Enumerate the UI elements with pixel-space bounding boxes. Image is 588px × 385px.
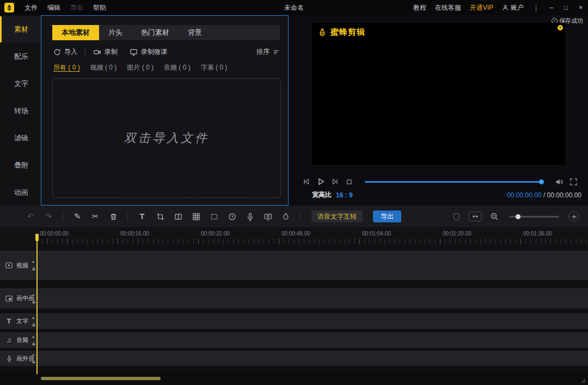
playback-controls [299,175,580,188]
preview-info-row: 宽高比 16 : 9 00:00:00.00 / 00:00:00.00 [312,190,581,200]
play-button[interactable] [314,177,328,186]
sort-button[interactable]: 排序 [256,47,280,57]
track-lock-icon[interactable] [32,322,36,327]
menu-file[interactable]: 文件 [20,0,42,15]
sidebar-item-text[interactable]: 文字 [0,71,41,97]
record-lesson-button[interactable]: 录制微课 [130,47,167,57]
mosaic-icon[interactable] [191,211,201,222]
color-adjust-icon[interactable] [280,211,291,222]
track-lock-icon[interactable] [32,359,36,364]
shield-icon[interactable] [451,211,462,222]
sort-label: 排序 [256,47,270,57]
track-row-voiceover[interactable]: 画外音 [0,351,588,366]
minimize-button[interactable]: – [544,0,559,15]
zoom-slider-thumb[interactable] [516,214,520,219]
text-tool-icon[interactable]: T [137,211,148,222]
freeze-frame-icon[interactable] [173,211,183,222]
fullscreen-icon[interactable] [566,178,580,186]
tutorial-link[interactable]: 教程 [409,3,431,13]
next-frame-button[interactable] [328,178,342,185]
screen-record-icon[interactable] [262,211,273,222]
timeline-ruler[interactable]: 00:00:00.00 00:00:16.00 00:00:32.00 00:0… [0,227,588,245]
menu-help[interactable]: 帮助 [88,0,111,15]
dropzone-hint-text: 双击导入文件 [124,130,209,146]
sidebar-item-material[interactable]: 素材 [0,16,41,42]
zoom-out-icon[interactable] [489,211,500,222]
seek-slider[interactable] [365,179,543,184]
track-mute-icon[interactable] [32,335,36,339]
media-tabs: 本地素材 片头 热门素材 背景 [52,25,280,40]
sidebar-item-overlay[interactable]: 叠附 [0,152,41,178]
track-row-text[interactable]: T 文字 [0,313,588,329]
playhead-line[interactable] [36,234,38,374]
watermark-close-icon[interactable]: × [558,25,563,30]
filter-all[interactable]: 所有 ( 0 ) [53,63,80,72]
filter-video[interactable]: 视频 ( 0 ) [90,63,117,72]
record-button[interactable]: 录制 [93,47,118,57]
media-toolbar-divider [85,48,85,56]
track-lock-icon[interactable] [32,266,36,271]
track-mute-icon[interactable] [32,293,36,297]
split-scissors-icon[interactable]: ✂ [90,211,101,222]
aspect-ratio-control[interactable]: 宽高比 16 : 9 [312,190,353,200]
track-lock-icon[interactable] [32,300,36,304]
sidebar-item-music[interactable]: 配乐 [0,44,41,70]
resize-grip-icon[interactable] [580,378,586,384]
volume-icon[interactable] [552,178,566,186]
track-row-video[interactable]: 视频 [0,251,588,280]
track-mute-icon[interactable] [32,316,36,320]
zoom-region-icon[interactable] [209,211,219,222]
track-row-pip[interactable]: 画中画 [0,288,588,308]
track-label: 视频 [16,262,28,270]
horizontal-scrollbar[interactable] [41,377,161,380]
sidebar-item-transition[interactable]: 转场 [0,98,41,124]
tab-intro[interactable]: 片头 [99,25,132,40]
import-dropzone[interactable]: 双击导入文件 [52,78,281,198]
text-track-header[interactable]: T 文字 [0,313,41,329]
import-button[interactable]: 导入 [53,47,77,57]
speed-clock-icon[interactable] [226,211,237,222]
sidebar-item-animation[interactable]: 动画 [0,179,41,206]
more-menu-icon[interactable]: ⋮ [528,4,544,12]
vip-link[interactable]: 开通VIP [465,3,498,13]
support-link[interactable]: 在线客服 [431,3,465,13]
video-track-header[interactable]: 视频 [0,251,41,280]
voiceover-track-header[interactable]: 画外音 [0,351,41,366]
filter-audio[interactable]: 音频 ( 0 ) [164,63,191,72]
pip-track-header[interactable]: 画中画 [0,288,41,308]
playhead-handle[interactable] [35,234,39,241]
sidebar-item-filter[interactable]: 滤镜 [0,125,41,151]
speech-text-button[interactable]: 语音文字互转 [311,210,363,222]
track-mute-icon[interactable] [32,260,36,264]
edit-pencil-icon[interactable]: ✎ [72,211,83,222]
maximize-button[interactable]: □ [559,0,573,15]
current-time: 00:00:00.00 [507,191,541,199]
zoom-in-icon[interactable] [568,211,579,222]
filter-subtitle[interactable]: 字幕 ( 0 ) [201,63,228,72]
ruler-label: 00:01:36.00 [523,231,552,237]
tab-local-media[interactable]: 本地素材 [52,25,99,40]
audio-track-header[interactable]: ♫ 音频 [0,332,41,348]
track-lock-icon[interactable] [32,341,36,346]
redo-icon[interactable]: ↷ [43,211,54,222]
bee-logo-icon [317,28,327,38]
filter-image[interactable]: 图片 ( 0 ) [127,63,154,72]
timeline-zoom-slider[interactable] [509,214,559,219]
undo-icon[interactable]: ↶ [25,211,36,222]
fit-timeline-icon[interactable] [469,212,482,221]
menu-edit[interactable]: 编辑 [42,0,65,15]
track-row-audio[interactable]: ♫ 音频 [0,332,588,348]
delete-trash-icon[interactable] [108,211,119,222]
export-button[interactable]: 导出 [373,210,401,222]
voiceover-mic-icon[interactable] [244,211,255,222]
tab-background[interactable]: 背景 [179,25,211,40]
crop-icon[interactable] [155,211,166,222]
account-link[interactable]: 账户 [498,3,528,13]
seek-thumb[interactable] [539,179,544,184]
tab-hot-media[interactable]: 热门素材 [132,25,179,40]
track-mute-icon[interactable] [32,353,36,357]
stop-button[interactable] [342,178,356,185]
preview-panel: ✓ 保存成功 蜜蜂剪辑 × 宽高比 16 : 9 [289,15,588,206]
close-button[interactable]: × [573,0,588,15]
prev-frame-button[interactable] [299,178,314,185]
